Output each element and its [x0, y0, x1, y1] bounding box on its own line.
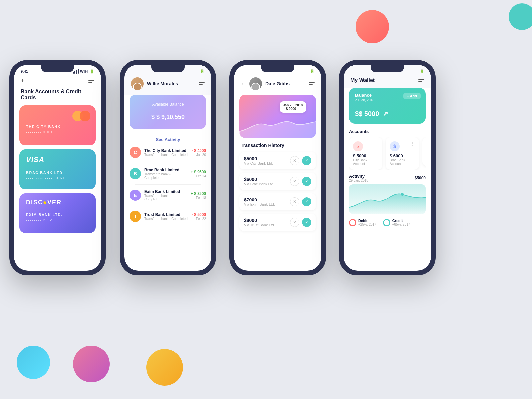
txn-right-2: + $ 3500 Feb 18	[191, 191, 206, 200]
txn-bank-3: Trust Bank Limited	[144, 212, 188, 217]
phone4-menu[interactable]	[418, 79, 424, 82]
p3-txn-info-2: $7000 Via Exim Bank Ltd.	[244, 197, 290, 206]
debit-circle	[349, 219, 356, 226]
p3-actions-1: ✕ ✓	[290, 177, 311, 186]
card3-bank: EXIM BANK LTD.	[26, 213, 89, 217]
add-icon[interactable]: +	[21, 78, 24, 85]
phone4-status-icons: 🔋	[420, 69, 424, 73]
activity-header: Activity 29 Jan, 2018 $5000	[349, 174, 426, 182]
activity-label: Activity	[349, 174, 368, 179]
menu-line-e	[418, 79, 424, 80]
approve-btn-3[interactable]: ✓	[302, 218, 311, 227]
phone4: 9:41 🔋 My Wallet Balance 20 Jan, 2018 $$…	[339, 60, 436, 275]
phone3-left: ← Dale Gibbs	[241, 77, 290, 90]
phone2-notch	[151, 65, 185, 72]
credit-item: Credit +85%, 2017	[383, 219, 410, 226]
card2-bank: BRAC BANK LTD.	[26, 171, 89, 175]
tooltip-amount: + $ 9000	[283, 107, 303, 111]
p3-amount-1: $6000	[244, 177, 290, 182]
credit-label: Credit	[392, 219, 410, 223]
phone3: 9:41 🔋 ← Dale Gibbs	[229, 60, 326, 275]
p3-txn-info-1: $6000 Via Brac Bank Ltd.	[244, 177, 290, 186]
wallet-balance-amount: $$ 5000 ↗	[355, 105, 420, 119]
phone3-menu[interactable]	[309, 82, 315, 85]
account-card-1[interactable]: $ ⋮ $ 6000 Brac Bank Account	[386, 137, 419, 170]
acc-name-0: City Bank Account	[353, 158, 378, 166]
balance-amount: $ $ 9,10,550	[136, 109, 200, 122]
approve-btn-0[interactable]: ✓	[302, 156, 311, 165]
txn-sub-0: Transfer to bank - Completed	[144, 153, 188, 157]
menu-icon[interactable]	[88, 80, 94, 83]
menu-line-c	[309, 82, 315, 83]
phone1-status-icons: WiFi 🔋	[73, 69, 94, 74]
phone1-title-wrap: Bank Accounts & Credit Cards	[14, 89, 101, 105]
back-arrow-icon[interactable]: ←	[241, 81, 246, 87]
card3-number: ••••••••9912	[26, 218, 89, 222]
acc-amount-0: $ 5000	[353, 153, 378, 158]
menu-line-d	[309, 84, 313, 85]
debit-sub: +25%, 2017	[358, 223, 376, 226]
phone1-notch	[41, 65, 74, 72]
acc-name-1: Brac Bank Account	[390, 158, 415, 166]
txn-info-0: The City Bank Limited Transfer to bank -…	[144, 148, 188, 157]
txn-right-1: + $ 9500 Feb 14	[191, 170, 206, 178]
reject-btn-1[interactable]: ✕	[290, 177, 299, 186]
balance-label: Available Balance	[136, 102, 200, 107]
phone3-frame: 9:41 🔋 ← Dale Gibbs	[229, 60, 326, 275]
approve-btn-2[interactable]: ✓	[302, 197, 311, 206]
phone2-status-icons: 🔋	[200, 69, 205, 73]
phone1-header: +	[14, 76, 101, 89]
txn-info-3: Trust Bank Limited Transfer to bank - Co…	[144, 212, 188, 221]
p3-txn-info-0: $5000 Via City Bank Ltd.	[244, 156, 290, 165]
see-activity-link[interactable]: See Activity	[124, 134, 211, 147]
debit-item: Debit +25%, 2017	[349, 219, 376, 226]
phone2-menu[interactable]	[199, 82, 205, 85]
credit-info: Credit +85%, 2017	[392, 219, 410, 226]
txn-item-3: T Trust Bank Limited Transfer to bank - …	[130, 211, 206, 222]
p3-amount-3: $8000	[244, 218, 290, 223]
phone2-transactions: C The City Bank Limited Transfer to bank…	[124, 147, 211, 222]
reject-btn-2[interactable]: ✕	[290, 197, 299, 206]
wallet-balance-card: Balance 20 Jan, 2018 $$ 5000 ↗ + Add	[349, 88, 426, 124]
tooltip-date: Jan 20, 2018	[283, 103, 303, 107]
phone4-title: My Wallet	[350, 77, 375, 83]
card2-number: •••• •••• •••• 6661	[26, 176, 89, 180]
txn-amount-0: - $ 4000	[192, 148, 206, 153]
p3-via-0: Via City Bank Ltd.	[244, 161, 290, 165]
menu-line-1	[88, 80, 94, 81]
account-card-2[interactable]: $ $70 Exim	[422, 137, 426, 166]
sep-2	[135, 184, 201, 185]
reject-btn-0[interactable]: ✕	[290, 156, 299, 165]
phone4-notch	[371, 65, 404, 72]
activity-date: 29 Jan, 2018	[349, 179, 368, 182]
acc-more-0[interactable]: ⋮	[374, 141, 378, 146]
txn-date-2: Feb 18	[191, 196, 206, 200]
sep-1	[135, 163, 201, 163]
deco-circle-teal	[509, 3, 532, 30]
add-button[interactable]: + Add	[403, 93, 421, 99]
phone1-title: Bank Accounts & Credit Cards	[21, 89, 94, 101]
history-title: Transaction History	[234, 143, 321, 152]
visa-card[interactable]: VISA BRAC BANK LTD. •••• •••• •••• 6661	[19, 149, 96, 189]
accounts-section: Accounts $ ⋮ $ 5000 City Bank Account	[344, 129, 431, 174]
approve-btn-1[interactable]: ✓	[302, 177, 311, 186]
accounts-label: Accounts	[349, 129, 426, 134]
card3-logo: DISC●VER	[26, 199, 89, 206]
txn-avatar-0: C	[130, 147, 141, 158]
deco-circle-orange	[146, 349, 183, 386]
acc-more-1[interactable]: ⋮	[410, 141, 415, 146]
reject-btn-3[interactable]: ✕	[290, 218, 299, 227]
txn-date-3: Feb 22	[192, 217, 206, 221]
graph-tooltip: Jan 20, 2018 + $ 9000	[280, 101, 306, 113]
card2-logo: VISA	[26, 155, 89, 164]
mastercard-card[interactable]: THE CITY BANK ••••••••9009	[19, 105, 96, 145]
phone1-screen: 9:41 WiFi 🔋 +	[14, 65, 101, 271]
graph-wave	[239, 111, 316, 138]
mc-circles	[72, 111, 90, 121]
phone3-notch	[261, 65, 294, 72]
account-card-0[interactable]: $ ⋮ $ 5000 City Bank Account	[349, 137, 382, 170]
discover-card[interactable]: DISC●VER EXIM BANK LTD. ••••••••9912	[19, 193, 96, 233]
p3-actions-0: ✕ ✓	[290, 156, 311, 165]
p3-txn-2: $7000 Via Exim Bank Ltd. ✕ ✓	[239, 193, 316, 210]
txn-right-3: - $ 5000 Feb 22	[192, 212, 206, 221]
